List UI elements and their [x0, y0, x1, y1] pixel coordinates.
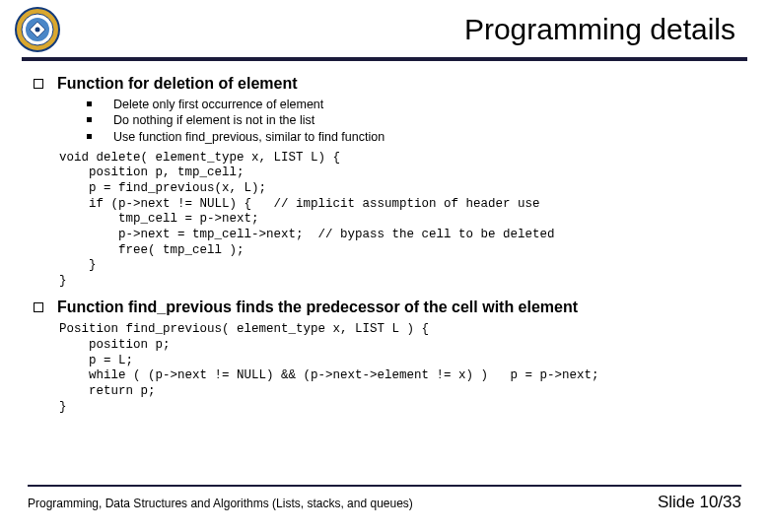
slide-title: Programming details [61, 13, 741, 46]
slide-content: Function for deletion of element Delete … [0, 61, 769, 415]
svg-point-3 [35, 28, 40, 33]
square-bullet-icon [87, 117, 92, 122]
checkbox-bullet-icon [34, 79, 43, 89]
bullet-text: Delete only first occurrence of element [113, 97, 323, 112]
square-bullet-icon [87, 134, 92, 139]
square-bullet-icon [87, 101, 92, 106]
section-heading: Function for deletion of element [57, 75, 298, 93]
section-find-previous: Function find_previous finds the predece… [34, 299, 741, 415]
bullet-list: Delete only first occurrence of element … [87, 97, 741, 145]
bullet-text: Do nothing if element is not in the list [113, 112, 315, 128]
bullet-text: Use function find_previous, similar to f… [113, 129, 384, 145]
list-item: Do nothing if element is not in the list [87, 112, 741, 128]
section-heading: Function find_previous finds the predece… [57, 299, 578, 316]
list-item: Delete only first occurrence of element [87, 97, 741, 112]
section-delete-function: Function for deletion of element Delete … [34, 75, 741, 289]
section-heading-row: Function for deletion of element [34, 75, 741, 93]
section-heading-row: Function find_previous finds the predece… [34, 299, 741, 316]
slide-header: Programming details [0, 0, 769, 53]
code-block-delete: void delete( element_type x, LIST L) { p… [59, 151, 741, 290]
slide-footer: Programming, Data Structures and Algorit… [0, 485, 769, 512]
footer-row: Programming, Data Structures and Algorit… [28, 493, 741, 512]
code-block-find-previous: Position find_previous( element_type x, … [59, 322, 741, 415]
checkbox-bullet-icon [34, 302, 43, 312]
footer-divider [28, 485, 741, 487]
footer-course-title: Programming, Data Structures and Algorit… [28, 497, 413, 510]
list-item: Use function find_previous, similar to f… [87, 129, 741, 145]
slide-number: Slide 10/33 [658, 493, 741, 512]
organization-seal-icon [14, 6, 61, 53]
